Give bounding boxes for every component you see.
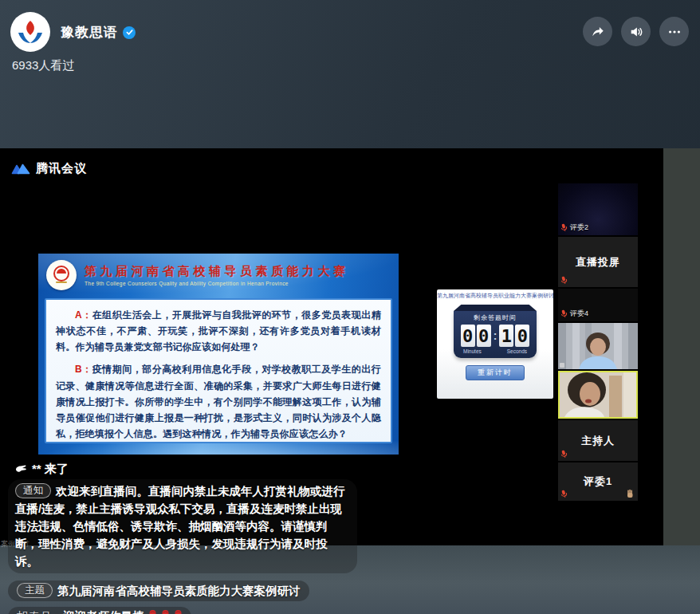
notice-text: 欢迎来到直播间。直播间内禁止未成年人打赏礼物或进行直播/连麦，禁止主播诱导观众私… <box>15 485 345 568</box>
channel-logo-icon <box>14 15 47 49</box>
participant-label-row: 评委4 <box>560 309 588 319</box>
muted-mic-icon <box>560 222 569 233</box>
minutes-label: Minutes <box>463 348 482 354</box>
chat-entry-text: ** 来了 <box>32 462 69 477</box>
muted-mic-icon <box>560 309 569 319</box>
slide-question-panel: A：在组织生活会上，开展批评与自我批评的环节，很多党员表现出精神状态不佳，不严肃… <box>45 298 392 443</box>
channel-avatar[interactable] <box>10 12 50 52</box>
timer-units: Minutes Seconds <box>458 347 532 354</box>
participant-tile-judge4: 评委4 <box>558 289 638 321</box>
channel-name: 豫教思语 <box>61 23 118 41</box>
participant-tile-judge1: 评委1 <box>558 462 638 501</box>
meeting-brand: 腾讯会议 <box>11 161 87 176</box>
timer-digit: 0 <box>515 325 529 347</box>
rose-icon <box>161 610 170 614</box>
chat-overlay: ** 来了 通知欢迎来到直播间。直播间内禁止未成年人打赏礼物或进行直播/连麦，禁… <box>8 460 368 614</box>
presentation-slide: 第九届河南省高校辅导员素质能力大赛 The 9th College Counse… <box>38 254 399 455</box>
timer-window-title: 第九届河南省高校辅导员职业能力大赛案例研讨 <box>437 289 553 300</box>
participant-tile-host: 主持人 <box>558 420 638 461</box>
meeting-brand-label: 腾讯会议 <box>36 161 87 176</box>
participant-tile-judge2: 评委2 <box>558 183 638 235</box>
volume-button[interactable] <box>621 17 651 46</box>
chat-notice: 通知欢迎来到直播间。直播间内禁止未成年人打赏礼物或进行直播/连麦，禁止主播诱导观… <box>8 479 357 573</box>
participant-label-row <box>560 450 568 459</box>
question-a: A：在组织生活会上，开展批评与自我批评的环节，很多党员表现出精神状态不佳，不严肃… <box>56 307 381 355</box>
slide-title-cn: 第九届河南省高校辅导员素质能力大赛 <box>85 264 349 279</box>
participant-label-row: 评委2 <box>560 222 588 233</box>
question-b-text: 疫情期间，部分高校利用信息化手段，对学校教职工及学生的出行记录、健康情况等信息进… <box>56 364 381 439</box>
slide-header: 第九届河南省高校辅导员素质能力大赛 The 9th College Counse… <box>38 254 399 297</box>
slide-titles: 第九届河南省高校辅导员素质能力大赛 The 9th College Counse… <box>85 264 349 286</box>
question-b-label: B： <box>75 364 92 375</box>
more-icon <box>667 25 682 39</box>
chat-user-text: 迎迎老师你最棒 <box>63 610 144 614</box>
timer-digit: 0 <box>477 325 491 347</box>
restart-timer-button: 重新计时 <box>466 365 525 380</box>
verified-badge-icon <box>123 26 136 39</box>
question-a-text: 在组织生活会上，开展批评与自我批评的环节，很多党员表现出精神状态不佳，不严肃、开… <box>56 309 381 352</box>
participant-name: 评委4 <box>570 309 588 319</box>
countdown-timer-window: 第九届河南省高校辅导员职业能力大赛案例研讨 剩余答题时间 0 0 : 1 0 M… <box>437 289 553 399</box>
timer-label: 剩余答题时间 <box>458 313 532 322</box>
wave-hand-icon <box>14 463 27 474</box>
participant-name: 评委2 <box>570 222 588 233</box>
player-right-strip <box>663 148 700 545</box>
chat-topic: 主题第九届河南省高校辅导员素质能力大赛案例研讨 <box>8 581 309 601</box>
rose-icon <box>148 610 157 614</box>
question-b: B：疫情期间，部分高校利用信息化手段，对学校教职工及学生的出行记录、健康情况等信… <box>56 361 381 442</box>
flip-clock: 剩余答题时间 0 0 : 1 0 Minutes Seconds <box>454 305 537 358</box>
topic-text: 第九届河南省高校辅导员素质能力大赛案例研讨 <box>57 584 301 597</box>
participant-name: 直播投屏 <box>558 237 638 287</box>
live-stream-page: 豫教思语 6933人看过 腾讯会议 <box>0 0 700 614</box>
question-a-label: A： <box>75 309 92 321</box>
participant-name: 主持人 <box>558 420 638 461</box>
muted-mic-icon <box>560 275 569 285</box>
flip-clock-top <box>454 305 537 311</box>
viewer-count: 6933人看过 <box>12 58 74 73</box>
raised-hand-icon <box>625 489 635 498</box>
seconds-label: Seconds <box>507 348 527 354</box>
channel-name-row[interactable]: 豫教思语 <box>61 23 136 41</box>
chat-entry-row: ** 来了 <box>14 460 368 478</box>
participant-label-row <box>560 490 568 498</box>
tencent-meeting-icon <box>11 162 30 175</box>
muted-mic-icon <box>560 449 569 459</box>
slide-title-en: The 9th College Counselors Quality and A… <box>85 281 349 286</box>
topic-badge: 主题 <box>17 583 53 598</box>
participant-video <box>558 323 638 369</box>
flip-clock-body: 剩余答题时间 0 0 : 1 0 Minutes Seconds <box>454 311 537 358</box>
share-button[interactable] <box>583 17 612 46</box>
chat-user-name: 胡春月： <box>17 610 63 614</box>
timer-digit: 1 <box>499 325 513 347</box>
timer-digit: 0 <box>461 325 475 347</box>
timer-digits: 0 0 : 1 0 <box>458 325 532 347</box>
participant-tile-active-speaker <box>558 371 638 419</box>
participant-video <box>560 372 636 417</box>
volume-icon <box>629 25 643 39</box>
chat-user-message: 胡春月：迎迎老师你最棒 <box>8 607 191 614</box>
share-icon <box>590 24 605 39</box>
rose-icon <box>174 610 183 614</box>
participant-tile-screenshare: 直播投屏 <box>558 237 638 287</box>
competition-emblem-icon <box>46 260 77 290</box>
muted-mic-icon <box>560 489 569 499</box>
notice-badge: 通知 <box>15 483 51 498</box>
timer-colon: : <box>494 329 497 342</box>
more-button[interactable] <box>659 17 689 46</box>
participant-tile-video-1 <box>558 323 638 369</box>
participant-label-row <box>560 276 568 285</box>
